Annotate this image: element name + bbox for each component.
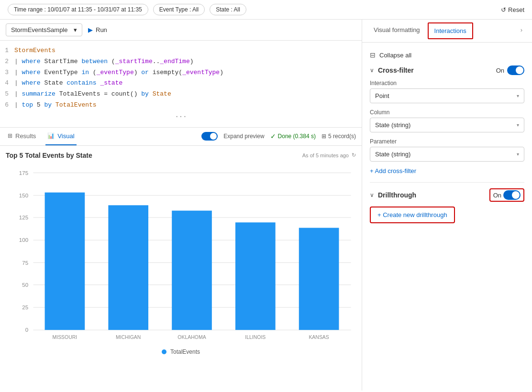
reset-button[interactable]: ↺ Reset (501, 6, 524, 13)
time-range-filter[interactable]: Time range : 10/01/07 at 11:35 - 10/31/0… (8, 4, 148, 15)
line-num-4: 4 (0, 78, 14, 88)
column-select-arrow: ▾ (517, 122, 519, 128)
records-badge: ⊞ 5 record(s) (321, 133, 356, 140)
legend-dot (162, 349, 166, 354)
chart-area: Top 5 Total Events by State As of 5 minu… (0, 146, 362, 391)
column-select[interactable]: State (string) ▾ (370, 118, 524, 132)
svg-text:MISSOURI: MISSOURI (53, 335, 78, 340)
run-button[interactable]: ▶ Run (88, 26, 107, 33)
drillthrough-chevron[interactable]: ∨ (370, 192, 374, 198)
collapse-all-button[interactable]: ⊟ Collapse all (370, 48, 524, 62)
interaction-field: Interaction Point ▾ (370, 80, 524, 103)
code-content-2: | where StartTime between (_startTime.._… (14, 57, 194, 67)
tab-visual-label: Visual (57, 132, 74, 140)
chevron-right-icon[interactable]: › (517, 20, 526, 42)
right-content: ⊟ Collapse all ∨ Cross-filter On Interac… (362, 43, 532, 391)
cross-filter-toggle-switch[interactable] (507, 65, 524, 75)
cross-filter-title: Cross-filter (378, 66, 492, 74)
bar-kansas[interactable] (299, 228, 339, 330)
code-line-3: 3 | where EventType in (_eventType) or i… (0, 67, 362, 78)
drillthrough-toggle-switch[interactable] (503, 190, 521, 200)
drillthrough-title: Drillthrough (378, 191, 486, 199)
code-content-1: StormEvents (14, 46, 55, 56)
event-type-filter[interactable]: Event Type : All (153, 4, 205, 15)
state-filter[interactable]: State : All (210, 4, 246, 15)
parameter-select-arrow: ▾ (517, 152, 519, 157)
chevron-down-icon: ▾ (74, 26, 77, 33)
svg-text:150: 150 (19, 193, 28, 198)
table-icon: ⊞ (8, 132, 12, 139)
chart-container: 0 25 50 75 100 125 (6, 163, 356, 345)
create-drillthrough-button[interactable]: + Create new drillthrough (370, 207, 455, 223)
svg-text:OKLAHOMA: OKLAHOMA (177, 335, 206, 340)
svg-text:175: 175 (19, 170, 28, 176)
cross-filter-on-label: On (496, 67, 504, 74)
collapse-icon: ⊟ (370, 51, 376, 59)
line-num-1: 1 (0, 46, 14, 56)
tab-results[interactable]: ⊞ Results (6, 128, 38, 145)
expand-preview-label: Expand preview (223, 133, 264, 140)
parameter-field-label: Parameter (370, 138, 524, 145)
cross-filter-chevron[interactable]: ∨ (370, 67, 374, 74)
code-content-4: | where State contains _state (14, 78, 122, 88)
section-divider (370, 182, 524, 183)
interactions-label: Interactions (434, 27, 466, 34)
check-icon: ✓ (270, 132, 276, 140)
tab-visual[interactable]: 📊 Visual (45, 128, 76, 145)
collapse-all-label: Collapse all (379, 52, 411, 59)
drillthrough-section-header: ∨ Drillthrough On (370, 188, 524, 202)
chart-title-row: Top 5 Total Events by State As of 5 minu… (6, 152, 356, 159)
line-num-3: 3 (0, 68, 14, 78)
interaction-select-arrow: ▾ (517, 93, 519, 98)
code-line-4: 4 | where State contains _state (0, 78, 362, 89)
done-badge: ✓ Done (0.384 s) (270, 132, 316, 140)
svg-text:KANSAS: KANSAS (309, 335, 329, 340)
done-label: Done (0.384 s) (278, 133, 316, 140)
reset-label: Reset (508, 6, 524, 13)
expand-preview-toggle[interactable] (201, 132, 218, 141)
chart-meta: As of 5 minutes ago ↻ (302, 152, 356, 158)
create-drillthrough-label: + Create new drillthrough (377, 211, 447, 218)
tab-results-label: Results (15, 132, 36, 140)
code-editor[interactable]: 1 StormEvents 2 | where StartTime betwee… (0, 41, 362, 128)
tabs-status: Expand preview ✓ Done (0.384 s) ⊞ 5 reco… (201, 132, 356, 141)
code-content-3: | where EventType in (_eventType) or ise… (14, 68, 223, 78)
interaction-field-label: Interaction (370, 80, 524, 87)
bar-missouri[interactable] (45, 192, 85, 330)
svg-text:50: 50 (22, 282, 28, 288)
bar-oklahoma[interactable] (172, 210, 212, 330)
column-value: State (string) (375, 121, 410, 129)
parameter-select[interactable]: State (string) ▾ (370, 147, 524, 162)
drillthrough-toggle-container: On (489, 188, 524, 202)
svg-text:75: 75 (22, 260, 28, 265)
svg-text:125: 125 (19, 215, 28, 220)
chart-legend: TotalEvents (6, 348, 356, 355)
add-cross-filter-button[interactable]: + Add cross-filter (370, 167, 416, 174)
interaction-value: Point (375, 92, 389, 99)
code-content-5: | summarize TotalEvents = count() by Sta… (14, 89, 171, 99)
svg-text:0: 0 (25, 327, 28, 333)
tabs-bar: ⊞ Results 📊 Visual Expand preview ✓ Done… (0, 128, 362, 146)
database-select[interactable]: StormEventsSample ▾ (6, 23, 82, 36)
cross-filter-toggle: On (496, 65, 524, 75)
chart-title: Top 5 Total Events by State (6, 152, 92, 159)
code-content-6: | top 5 by TotalEvents (14, 100, 97, 110)
code-line-1: 1 StormEvents (0, 45, 362, 56)
legend-label: TotalEvents (170, 348, 200, 355)
run-icon: ▶ (88, 26, 93, 33)
line-num-5: 5 (0, 89, 14, 99)
bar-illinois[interactable] (235, 222, 276, 330)
svg-text:ILLINOIS: ILLINOIS (245, 335, 266, 340)
records-label: 5 record(s) (328, 133, 356, 140)
bar-michigan[interactable] (108, 205, 148, 330)
ellipsis: ··· (0, 111, 362, 122)
tab-interactions[interactable]: Interactions (429, 23, 472, 38)
left-panel: StormEventsSample ▾ ▶ Run 1 StormEvents … (0, 20, 362, 391)
query-toolbar: StormEventsSample ▾ ▶ Run (0, 20, 362, 41)
code-line-2: 2 | where StartTime between (_startTime.… (0, 56, 362, 67)
chart-meta-text: As of 5 minutes ago (302, 152, 349, 158)
refresh-icon[interactable]: ↻ (352, 152, 356, 158)
line-num-6: 6 (0, 100, 14, 110)
tab-visual-formatting[interactable]: Visual formatting (368, 20, 426, 42)
interaction-select[interactable]: Point ▾ (370, 88, 524, 103)
